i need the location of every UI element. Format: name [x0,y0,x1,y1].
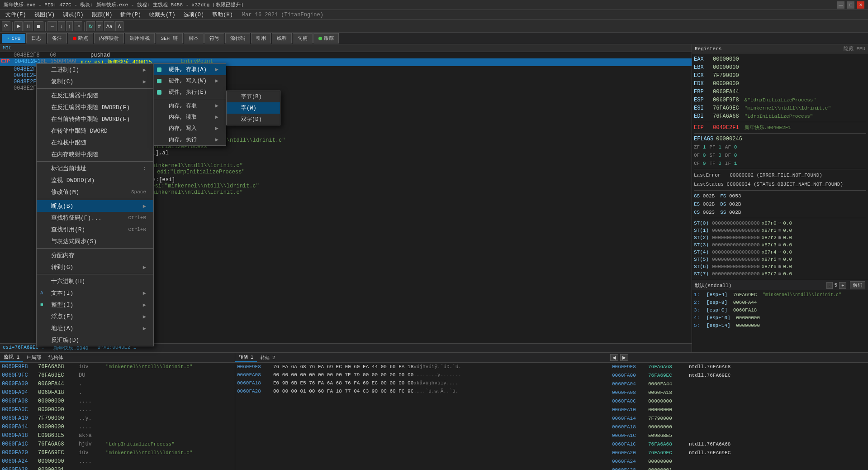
int-icon: ■ [40,302,43,307]
hw-exec-dot [157,90,161,95]
context-overlay[interactable]: 二进制(I) ▶ 复制(C) ▶ 在反汇编器中跟随 在反汇编器中跟随 DWORD… [0,0,868,470]
ctx-hex[interactable]: 十六进制(H) [37,275,153,287]
hw-access-dot [157,67,161,72]
ctx-follow-stack[interactable]: 在堆栈中跟随 [37,137,153,149]
ctx-follow-memmap[interactable]: 在内存映射中跟随 [37,149,153,160]
ctx-sep-2 [37,161,153,162]
context-menu: 二进制(I) ▶ 复制(C) ▶ 在反汇编器中跟随 在反汇编器中跟随 DWORD… [36,63,154,346]
ctx-sep-3 [37,199,153,199]
ctx-mark-addr[interactable]: 标记当前地址 : [37,163,153,174]
ctx-binary[interactable]: 二进制(I) ▶ [37,64,153,76]
hw-dword[interactable]: 双字(D) [227,114,280,125]
hw-byte[interactable]: 字节(B) [227,91,280,102]
ctx-follow-dump2[interactable]: 在转储中跟随 DWORD [37,125,153,137]
ctx-sep-5 [37,274,153,274]
sub-mem-write[interactable]: 内存, 写入 ▶ [154,123,226,134]
ctx-watch-dword[interactable]: 监视 DWORD(W) [37,174,153,186]
ctx-follow-dword[interactable]: 在反汇编器中跟随 DWORD(F) [37,101,153,113]
sub-sep-1 [154,99,226,99]
ctx-find-ref[interactable]: 查找引用(R) Ctrl+R [37,224,153,235]
submenu-hw-access: 字节(B) 字(W) 双字(D) [226,91,280,125]
ctx-follow-disasm[interactable]: 在反汇编器中跟随 [37,90,153,101]
ctx-addr[interactable]: 地址(A) ▶ [37,322,153,334]
sub-hw-exec[interactable]: 硬件, 执行(E) [154,86,226,98]
hw-write-dot [157,79,161,83]
ctx-float[interactable]: 浮点(F) ▶ [37,311,153,322]
sub-mem-exec[interactable]: 内存, 执行 ▶ [154,134,226,145]
ctx-sep-4 [37,248,153,249]
text-icon: A [40,290,43,296]
sub-mem-read[interactable]: 内存, 读取 ▶ [154,111,226,123]
submenu-breakpoint: 硬件, 存取(A) ▶ 硬件, 写入(W) ▶ 硬件, 执行(E) 内存, 存取… [154,63,226,146]
ctx-breakpoint[interactable]: 断点(B) ▶ [37,200,153,212]
ctx-disasm[interactable]: 反汇编(D) [37,334,153,346]
ctx-int[interactable]: ■ 整型(I) ▶ [37,299,153,311]
sub-mem-access[interactable]: 内存, 存取 ▶ [154,100,226,111]
ctx-goto[interactable]: 转到(G) ▶ [37,261,153,273]
sub-hw-access[interactable]: 硬件, 存取(A) ▶ [154,64,226,75]
ctx-follow-dump-dword[interactable]: 在当前转储中跟随 DWORD(F) [37,113,153,125]
ctx-text[interactable]: A 文本(I) ▶ [37,287,153,299]
ctx-copy[interactable]: 复制(C) ▶ [37,76,153,87]
ctx-sync-expr[interactable]: 与表达式同步(S) [37,235,153,247]
sub-hw-write[interactable]: 硬件, 写入(W) ▶ [154,75,226,86]
ctx-alloc-mem[interactable]: 分配内存 [37,249,153,261]
hw-word[interactable]: 字(W) [227,102,280,114]
ctx-modify[interactable]: 修改值(M) Space [37,186,153,198]
ctx-find-sig[interactable]: 查找特征码(F)... Ctrl+B [37,212,153,224]
ctx-sep-1 [37,88,153,89]
